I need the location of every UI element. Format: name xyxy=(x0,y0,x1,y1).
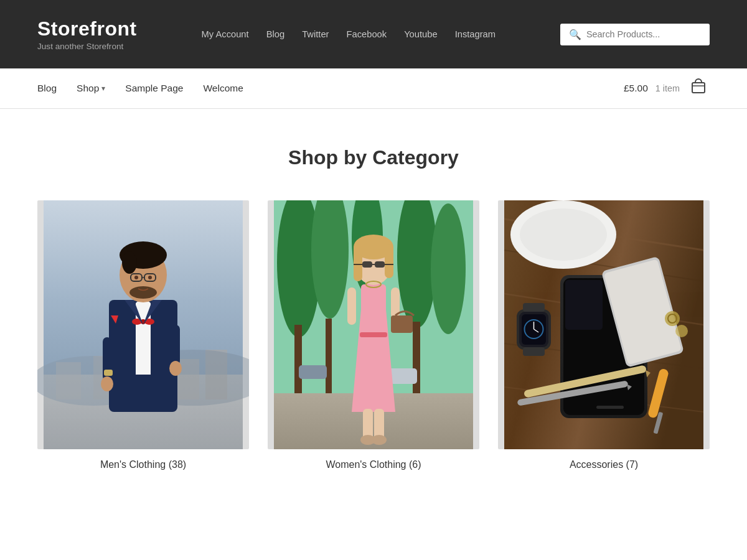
shop-label: Shop xyxy=(77,83,99,94)
svg-rect-87 xyxy=(596,406,624,409)
mens-clothing-image xyxy=(37,200,249,449)
sec-nav-sample-page[interactable]: Sample Page xyxy=(125,83,183,94)
sec-nav-blog[interactable]: Blog xyxy=(37,83,57,94)
page-title: Shop by Category xyxy=(37,146,710,169)
brand-logo[interactable]: Storefront Just another Storefront xyxy=(37,17,137,51)
cart-icon xyxy=(690,78,707,95)
category-card-mens[interactable]: Men's Clothing (38) xyxy=(37,200,249,470)
svg-rect-45 xyxy=(360,332,387,337)
nav-youtube[interactable]: Youtube xyxy=(404,29,438,39)
category-label-womens: Women's Clothing (6) xyxy=(326,459,421,470)
chevron-down-icon: ▾ xyxy=(101,84,105,93)
svg-rect-52 xyxy=(385,244,393,278)
svg-point-24 xyxy=(134,276,138,279)
svg-rect-46 xyxy=(361,284,386,312)
svg-point-25 xyxy=(148,276,152,279)
category-label-mens: Men's Clothing (38) xyxy=(100,459,186,470)
svg-point-73 xyxy=(520,208,607,261)
svg-point-20 xyxy=(122,251,137,274)
svg-rect-51 xyxy=(354,244,362,281)
svg-rect-86 xyxy=(565,280,603,330)
nav-twitter[interactable]: Twitter xyxy=(302,29,329,39)
sec-nav-welcome[interactable]: Welcome xyxy=(203,83,243,94)
svg-marker-11 xyxy=(136,297,151,375)
category-card-accessories[interactable]: Accessories (7) xyxy=(498,200,710,470)
svg-rect-43 xyxy=(299,365,327,379)
sec-nav-links: Blog Shop ▾ Sample Page Welcome xyxy=(37,83,624,94)
svg-point-98 xyxy=(675,325,688,337)
top-nav: My Account Blog Twitter Facebook Youtube… xyxy=(202,29,496,39)
svg-rect-0 xyxy=(692,83,705,93)
category-image-mens xyxy=(37,200,249,449)
nav-facebook[interactable]: Facebook xyxy=(346,29,387,39)
category-image-accessories xyxy=(498,200,710,449)
svg-rect-81 xyxy=(523,347,545,356)
cart-area: £5.00 1 item xyxy=(624,75,710,101)
search-icon: 🔍 xyxy=(569,29,581,40)
nav-blog[interactable]: Blog xyxy=(266,29,284,39)
svg-point-26 xyxy=(129,286,157,299)
svg-rect-30 xyxy=(171,325,180,365)
svg-rect-59 xyxy=(347,287,356,325)
main-content: Shop by Category xyxy=(0,109,747,520)
secondary-nav: Blog Shop ▾ Sample Page Welcome £5.00 1 … xyxy=(0,68,747,109)
svg-point-31 xyxy=(169,361,182,376)
category-image-womens xyxy=(268,200,479,449)
top-header: Storefront Just another Storefront My Ac… xyxy=(0,0,747,68)
sec-nav-shop[interactable]: Shop ▾ xyxy=(77,83,105,94)
category-grid: Men's Clothing (38) xyxy=(37,200,710,470)
nav-my-account[interactable]: My Account xyxy=(202,29,249,39)
search-input[interactable] xyxy=(586,29,701,39)
cart-button[interactable] xyxy=(687,75,710,101)
svg-point-96 xyxy=(665,311,680,326)
svg-rect-29 xyxy=(104,370,113,376)
accessories-image xyxy=(498,200,710,449)
svg-rect-61 xyxy=(391,315,413,333)
svg-point-36 xyxy=(431,203,466,334)
svg-point-65 xyxy=(372,435,387,445)
nav-instagram[interactable]: Instagram xyxy=(455,29,496,39)
cart-item-count: 1 item xyxy=(655,83,680,93)
svg-rect-80 xyxy=(523,303,545,312)
category-label-accessories: Accessories (7) xyxy=(570,459,638,470)
svg-rect-54 xyxy=(375,261,385,268)
svg-rect-53 xyxy=(362,261,372,268)
cart-price: £5.00 xyxy=(624,83,648,94)
search-box: 🔍 xyxy=(560,24,710,45)
brand-title: Storefront xyxy=(37,17,137,40)
category-card-womens[interactable]: Women's Clothing (6) xyxy=(268,200,479,470)
svg-point-28 xyxy=(101,376,113,391)
womens-clothing-image xyxy=(268,200,479,449)
brand-tagline: Just another Storefront xyxy=(37,42,137,51)
